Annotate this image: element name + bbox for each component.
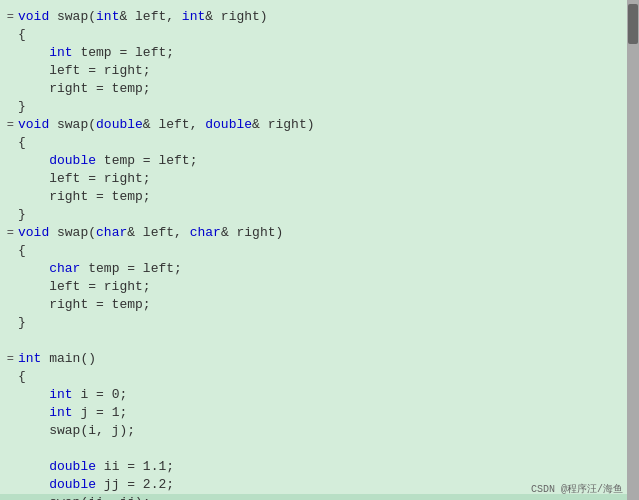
code-line-25 bbox=[0, 440, 639, 458]
code-line-1: = void swap(int& left, int& right) bbox=[0, 8, 639, 26]
code-line-9: double temp = left; bbox=[0, 152, 639, 170]
line-content-10: left = right; bbox=[18, 170, 635, 188]
line-prefix-13: = bbox=[0, 224, 14, 242]
line-content-13: void swap(char& left, char& right) bbox=[18, 224, 635, 242]
line-content-17: right = temp; bbox=[18, 296, 635, 314]
code-line-23: int j = 1; bbox=[0, 404, 639, 422]
line-content-24: swap(i, j); bbox=[18, 422, 635, 440]
code-line-10: left = right; bbox=[0, 170, 639, 188]
line-content-20: int main() bbox=[18, 350, 635, 368]
code-line-2: { bbox=[0, 26, 639, 44]
code-line-4: left = right; bbox=[0, 62, 639, 80]
code-line-21: { bbox=[0, 368, 639, 386]
line-content-12: } bbox=[18, 206, 635, 224]
code-line-22: int i = 0; bbox=[0, 386, 639, 404]
code-line-5: right = temp; bbox=[0, 80, 639, 98]
line-content-11: right = temp; bbox=[18, 188, 635, 206]
line-content-18: } bbox=[18, 314, 635, 332]
code-line-7: = void swap(double& left, double& right) bbox=[0, 116, 639, 134]
line-content-7: void swap(double& left, double& right) bbox=[18, 116, 635, 134]
line-content-25 bbox=[18, 440, 635, 458]
code-line-24: swap(i, j); bbox=[0, 422, 639, 440]
line-content-16: left = right; bbox=[18, 278, 635, 296]
code-line-18: } bbox=[0, 314, 639, 332]
line-prefix-1: = bbox=[0, 8, 14, 26]
code-line-16: left = right; bbox=[0, 278, 639, 296]
code-editor: = void swap(int& left, int& right) { int… bbox=[0, 0, 639, 500]
code-line-19 bbox=[0, 332, 639, 350]
line-content-26: double ii = 1.1; bbox=[18, 458, 635, 476]
scrollbar[interactable] bbox=[627, 0, 639, 500]
line-content-14: { bbox=[18, 242, 635, 260]
code-line-13: = void swap(char& left, char& right) bbox=[0, 224, 639, 242]
line-content-21: { bbox=[18, 368, 635, 386]
line-content-5: right = temp; bbox=[18, 80, 635, 98]
line-content-1: void swap(int& left, int& right) bbox=[18, 8, 635, 26]
scrollbar-thumb[interactable] bbox=[628, 4, 638, 44]
line-content-4: left = right; bbox=[18, 62, 635, 80]
code-line-8: { bbox=[0, 134, 639, 152]
code-line-11: right = temp; bbox=[0, 188, 639, 206]
line-content-23: int j = 1; bbox=[18, 404, 635, 422]
code-line-3: int temp = left; bbox=[0, 44, 639, 62]
line-content-19 bbox=[18, 332, 635, 350]
line-content-8: { bbox=[18, 134, 635, 152]
line-content-3: int temp = left; bbox=[18, 44, 635, 62]
line-prefix-7: = bbox=[0, 116, 14, 134]
code-line-14: { bbox=[0, 242, 639, 260]
code-line-20: = int main() bbox=[0, 350, 639, 368]
line-content-9: double temp = left; bbox=[18, 152, 635, 170]
code-line-6: } bbox=[0, 98, 639, 116]
line-content-22: int i = 0; bbox=[18, 386, 635, 404]
code-line-15: char temp = left; bbox=[0, 260, 639, 278]
code-line-26: double ii = 1.1; bbox=[0, 458, 639, 476]
line-content-2: { bbox=[18, 26, 635, 44]
code-line-17: right = temp; bbox=[0, 296, 639, 314]
code-line-12: } bbox=[0, 206, 639, 224]
line-prefix-20: = bbox=[0, 350, 14, 368]
watermark: CSDN @程序汪/海鱼 bbox=[531, 482, 623, 496]
line-content-15: char temp = left; bbox=[18, 260, 635, 278]
line-content-6: } bbox=[18, 98, 635, 116]
